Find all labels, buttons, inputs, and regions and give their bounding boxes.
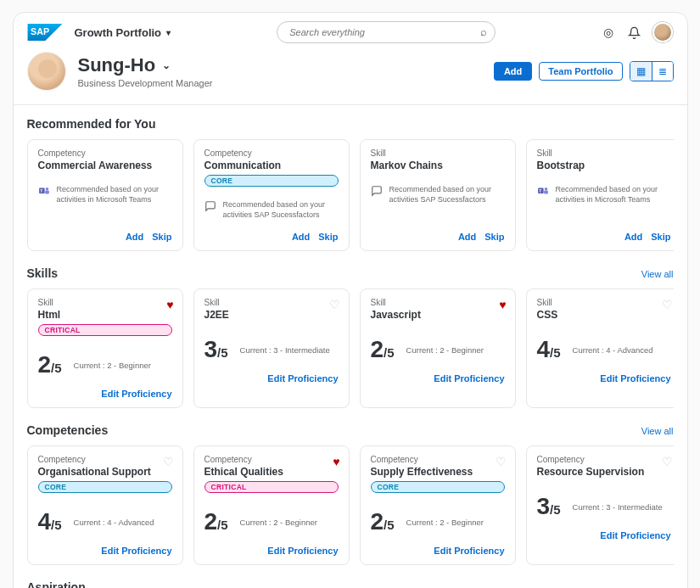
edit-proficiency-link[interactable]: Edit Proficiency bbox=[101, 389, 171, 399]
critical-pill: CRITICAL bbox=[204, 481, 339, 493]
list-view-toggle[interactable]: ≣ bbox=[652, 62, 673, 81]
view-all-link[interactable]: View all bbox=[641, 426, 674, 436]
competencies-row: ♡ Competency Organisational Support CORE… bbox=[27, 445, 674, 565]
recommended-card: Competency Commercial Awareness TRecomme… bbox=[27, 139, 183, 251]
score: 2/5 bbox=[371, 338, 395, 361]
skip-link[interactable]: Skip bbox=[484, 232, 504, 242]
score: 2/5 bbox=[371, 510, 395, 534]
edit-proficiency-link[interactable]: Edit Proficiency bbox=[267, 373, 338, 384]
section-title: Skills bbox=[27, 266, 59, 280]
card-title: Commercial Awareness bbox=[38, 160, 172, 171]
level-text: Current : 4 - Advanced bbox=[573, 345, 653, 355]
card-type-label: Skill bbox=[537, 148, 671, 158]
view-toggle: ▦ ≣ bbox=[630, 61, 674, 81]
recommendation-text: Recommended based on your activities SAP… bbox=[389, 185, 505, 204]
add-link[interactable]: Add bbox=[624, 232, 642, 242]
add-button[interactable]: Add bbox=[494, 62, 532, 81]
card-title: Javascript bbox=[371, 309, 505, 321]
favorite-icon[interactable]: ♥ bbox=[499, 298, 506, 311]
user-avatar-small[interactable] bbox=[652, 22, 673, 42]
favorite-icon[interactable]: ♡ bbox=[163, 455, 174, 468]
header-actions: Add Team Portfolio ▦ ≣ bbox=[494, 61, 674, 81]
section-recommended: Recommended for You Competency Commercia… bbox=[14, 105, 687, 255]
card-type-label: Skill bbox=[371, 148, 505, 158]
card-title: Html bbox=[38, 309, 172, 321]
search-input[interactable] bbox=[277, 21, 496, 43]
favorite-icon[interactable]: ♥ bbox=[333, 455, 339, 468]
proficiency-card: ♡ Competency Organisational Support CORE… bbox=[27, 445, 183, 565]
recommendation-text: Recommended based on your activities in … bbox=[57, 185, 172, 204]
card-title: Organisational Support bbox=[38, 466, 172, 478]
card-type-label: Skill bbox=[38, 298, 172, 307]
user-info: Sung-Ho ⌄ Business Development Manager bbox=[78, 54, 213, 88]
chat-icon bbox=[371, 185, 383, 197]
score: 2/5 bbox=[204, 510, 228, 534]
user-name-row[interactable]: Sung-Ho ⌄ bbox=[78, 54, 213, 76]
view-all-link[interactable]: View all bbox=[641, 269, 674, 279]
edit-proficiency-link[interactable]: Edit Proficiency bbox=[434, 546, 504, 556]
search-icon: ⌕ bbox=[480, 25, 487, 38]
section-title: Recommended for You bbox=[27, 117, 156, 131]
card-type-label: Skill bbox=[371, 298, 505, 307]
score: 3/5 bbox=[204, 338, 228, 361]
svg-rect-8 bbox=[544, 190, 548, 193]
page-header: Sung-Ho ⌄ Business Development Manager A… bbox=[14, 48, 687, 105]
edit-proficiency-link[interactable]: Edit Proficiency bbox=[434, 373, 504, 384]
level-text: Current : 3 - Intermediate bbox=[240, 345, 330, 355]
nav-dropdown[interactable]: Growth Portfolio ▾ bbox=[75, 26, 171, 39]
card-title: J2EE bbox=[204, 309, 339, 321]
core-pill: CORE bbox=[204, 175, 339, 187]
grid-view-toggle[interactable]: ▦ bbox=[630, 62, 652, 81]
card-title: Markov Chains bbox=[371, 160, 505, 171]
favorite-icon[interactable]: ♡ bbox=[662, 298, 673, 311]
team-portfolio-button[interactable]: Team Portfolio bbox=[539, 62, 622, 81]
sap-logo: SAP bbox=[27, 24, 63, 41]
nav-label: Growth Portfolio bbox=[75, 26, 162, 39]
card-type-label: Competency bbox=[204, 455, 339, 464]
add-link[interactable]: Add bbox=[126, 232, 143, 242]
edit-proficiency-link[interactable]: Edit Proficiency bbox=[101, 546, 171, 556]
favorite-icon[interactable]: ♡ bbox=[496, 455, 507, 468]
level-text: Current : 3 - Intermediate bbox=[573, 502, 663, 512]
svg-point-7 bbox=[544, 188, 547, 191]
level-text: Current : 2 - Beginner bbox=[240, 518, 317, 527]
app-window: SAP Growth Portfolio ▾ ⌕ ◎ Sung-Ho ⌄ Bus… bbox=[13, 12, 688, 588]
card-type-label: Competency bbox=[38, 148, 172, 158]
add-link[interactable]: Add bbox=[292, 232, 310, 242]
card-type-label: Competency bbox=[537, 455, 671, 464]
skills-row: ♥ Skill Html CRITICAL 2/5 Current : 2 - … bbox=[27, 288, 674, 408]
card-type-label: Competency bbox=[371, 455, 505, 464]
topbar-right: ◎ bbox=[602, 22, 673, 42]
edit-proficiency-link[interactable]: Edit Proficiency bbox=[600, 530, 670, 540]
score: 3/5 bbox=[537, 495, 561, 518]
proficiency-card: ♡ Skill CSS 4/5 Current : 4 - Advanced E… bbox=[526, 288, 674, 408]
chevron-down-icon: ▾ bbox=[166, 28, 171, 37]
app-finder-icon[interactable]: ◎ bbox=[602, 25, 615, 39]
chevron-down-icon: ⌄ bbox=[162, 59, 171, 71]
skip-link[interactable]: Skip bbox=[651, 232, 670, 242]
card-title: Ethical Qualities bbox=[204, 466, 339, 478]
favorite-icon[interactable]: ♡ bbox=[329, 298, 340, 311]
card-type-label: Competency bbox=[204, 148, 339, 158]
search-field[interactable]: ⌕ bbox=[277, 21, 496, 43]
skip-link[interactable]: Skip bbox=[318, 232, 338, 242]
core-pill: CORE bbox=[371, 481, 505, 493]
teams-icon: T bbox=[537, 185, 549, 197]
favorite-icon[interactable]: ♡ bbox=[662, 455, 673, 468]
notifications-icon[interactable] bbox=[627, 25, 641, 39]
card-type-label: Skill bbox=[204, 298, 339, 307]
level-text: Current : 4 - Advanced bbox=[74, 518, 154, 527]
score: 2/5 bbox=[38, 353, 62, 377]
svg-text:SAP: SAP bbox=[31, 26, 49, 36]
edit-proficiency-link[interactable]: Edit Proficiency bbox=[600, 373, 670, 384]
svg-rect-4 bbox=[45, 190, 49, 193]
recommendation-text: Recommended based on your activities in … bbox=[556, 185, 671, 204]
skip-link[interactable]: Skip bbox=[152, 232, 171, 242]
teams-icon: T bbox=[38, 185, 50, 197]
favorite-icon[interactable]: ♥ bbox=[166, 298, 173, 311]
edit-proficiency-link[interactable]: Edit Proficiency bbox=[267, 546, 338, 556]
score: 4/5 bbox=[537, 338, 561, 361]
add-link[interactable]: Add bbox=[458, 232, 476, 242]
card-title: Bootstrap bbox=[537, 160, 671, 171]
proficiency-card: ♡ Competency Resource Supervision 3/5 Cu… bbox=[526, 445, 674, 565]
